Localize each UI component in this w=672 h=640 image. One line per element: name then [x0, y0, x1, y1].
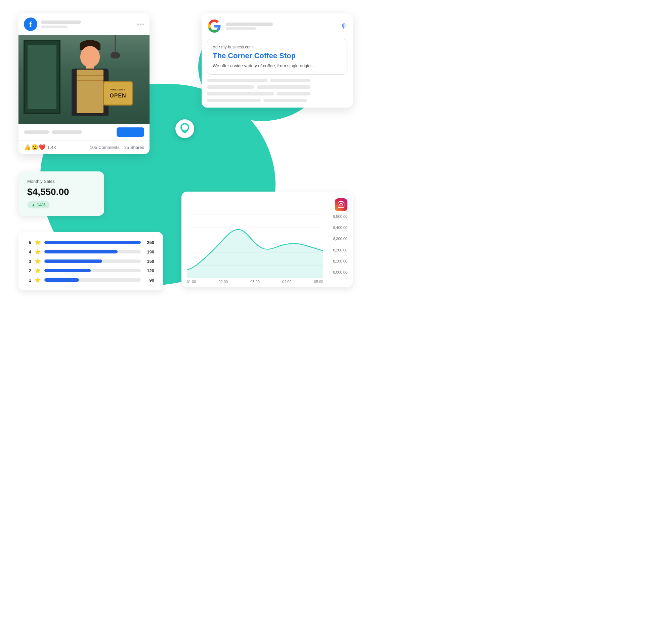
- fb-reactions: 👍 😮 ❤️ 1.4K: [24, 144, 57, 151]
- chart-y-8400: 8,400.00: [333, 226, 347, 230]
- google-ad-card: Ad • my-business.com The Corner Coffee S…: [207, 39, 347, 75]
- sales-card: Monthly Sales $4,550.00 ▲ 14%: [18, 171, 104, 216]
- sales-label: Monthly Sales: [27, 179, 95, 184]
- google-search-card: 🎙 Ad • my-business.com The Corner Coffee…: [201, 13, 353, 107]
- chart-x-05: 05:00: [314, 280, 323, 284]
- review-row-3: 3 ⭐ 150: [27, 258, 154, 264]
- sales-amount: $4,550.00: [27, 187, 95, 197]
- chart-y-8200: 8,200.00: [333, 248, 347, 252]
- chart-y-8300: 8,300.00: [333, 237, 347, 241]
- instagram-chart-card: 01:00 02:00 03:00 04:00 05:00 8,500.00 8…: [181, 192, 353, 287]
- chart-y-8000: 8,000.00: [333, 270, 347, 274]
- google-logo: [207, 19, 222, 34]
- reaction-count: 1.4K: [47, 145, 57, 150]
- fb-photo: WELCOME OPEN: [18, 35, 150, 124]
- facebook-icon: f: [24, 17, 37, 31]
- reviews-card: 5 ⭐ 250 4 ⭐ 190 3 ⭐ 150 2 ⭐ 120 1 ⭐: [18, 232, 163, 290]
- ad-domain: my-business.com: [221, 45, 253, 49]
- svg-point-3: [342, 202, 343, 203]
- chart-x-01: 01:00: [187, 280, 196, 284]
- facebook-card: f: [18, 13, 150, 154]
- chart-x-04: 04:00: [282, 280, 292, 284]
- chart-x-02: 02:00: [219, 280, 228, 284]
- chart-x-03: 03:00: [250, 280, 260, 284]
- chart-y-8500: 8,500.00: [333, 215, 347, 218]
- fb-comments: 105 Comments: [90, 145, 120, 150]
- fb-shares: 25 Shares: [124, 145, 144, 150]
- fb-post-button[interactable]: [117, 127, 144, 137]
- ad-title: The Corner Coffee Stop: [213, 52, 342, 60]
- sign-welcome-text: WELCOME: [110, 88, 125, 91]
- review-row-2: 2 ⭐ 120: [27, 267, 154, 274]
- review-row-1: 1 ⭐ 90: [27, 277, 154, 283]
- google-mic-icon: 🎙: [341, 23, 347, 30]
- instagram-icon: [335, 198, 347, 211]
- sales-badge: ▲ 14%: [27, 201, 50, 208]
- sign-open-text: OPEN: [109, 93, 126, 99]
- svg-point-0: [181, 124, 189, 131]
- ad-label: Ad: [213, 45, 218, 49]
- review-row-4: 4 ⭐ 190: [27, 249, 154, 255]
- review-row-5: 5 ⭐ 250: [27, 239, 154, 245]
- svg-point-2: [340, 203, 342, 206]
- center-logo: [175, 119, 194, 138]
- ad-description: We offer a wide variety of coffee, from …: [213, 63, 342, 69]
- sales-trend: ▲ 14%: [31, 202, 46, 207]
- chart-y-8100: 8,100.00: [333, 259, 347, 263]
